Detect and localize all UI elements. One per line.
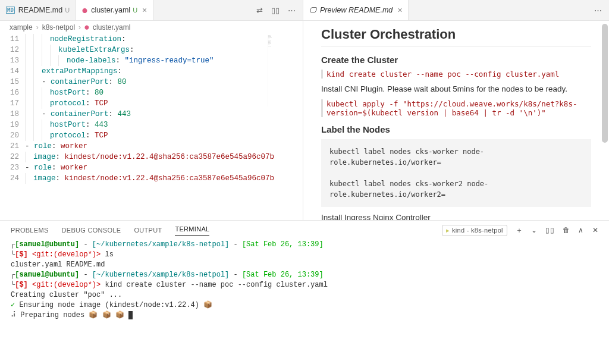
tab-label: cluster.yaml	[91, 6, 130, 14]
panel-tab-terminal[interactable]: TERMINAL	[175, 225, 209, 236]
tab-label: README.md	[18, 6, 62, 14]
panel-tab-debug[interactable]: DEBUG CONSOLE	[62, 227, 121, 234]
tab-cluster[interactable]: ⬤ cluster.yaml U ×	[76, 0, 153, 20]
chevron-right-icon: ›	[79, 23, 81, 32]
modified-indicator: U	[133, 7, 137, 14]
terminal[interactable]: ┌[samuel@ubuntu] - [~/kubernetes/xample/…	[0, 240, 609, 364]
tab-preview[interactable]: 🖵 Preview README.md ×	[303, 0, 409, 20]
panel-tab-output[interactable]: OUTPUT	[134, 227, 162, 234]
code-content[interactable]: nodeRegistration:kubeletExtraArgs:node-l…	[25, 34, 303, 220]
chevron-down-icon[interactable]: ⌄	[531, 226, 537, 234]
code-inline: kubectl apply -f "https://cloud.weave.wo…	[321, 99, 591, 117]
add-terminal-icon[interactable]: ＋	[516, 225, 523, 236]
zsh-icon: ▸	[446, 227, 450, 234]
tab-actions: ⇄ ▯▯ ⋯	[256, 6, 303, 15]
modified-indicator: U	[65, 7, 70, 14]
tab-label: Preview README.md	[320, 6, 393, 14]
yaml-icon: ⬤	[82, 8, 87, 13]
more-icon[interactable]: ⋯	[594, 6, 602, 15]
split-terminal-icon[interactable]: ▯▯	[545, 226, 554, 234]
close-icon[interactable]: ×	[397, 5, 402, 15]
split-icon[interactable]: ▯▯	[271, 6, 280, 15]
close-icon[interactable]: ×	[142, 5, 147, 15]
terminal-selector[interactable]: ▸ kind - k8s-netpol	[442, 225, 507, 236]
line-gutter: 1112131415161718192021222324	[0, 34, 25, 220]
compare-icon[interactable]: ⇄	[256, 6, 263, 15]
minimap[interactable]: ▬▬▬▬▬▬▬▬▬▬▬▬▬▬▬▬▬▬▬▬▬▬▬▬▬▬▬▬▬▬▬▬▬▬	[268, 35, 300, 106]
page-title: Cluster Orchestration	[321, 27, 591, 46]
scrollbar[interactable]	[602, 24, 608, 143]
code-inline: kind create cluster --name poc --config …	[321, 70, 591, 79]
editor-tabs: MD README.md U ⬤ cluster.yaml U × ⇄ ▯▯ ⋯	[0, 0, 303, 21]
tab-readme[interactable]: MD README.md U	[0, 0, 76, 20]
editor-pane: MD README.md U ⬤ cluster.yaml U × ⇄ ▯▯ ⋯…	[0, 0, 303, 220]
section-heading: Label the Nodes	[321, 124, 591, 134]
bottom-panel: PROBLEMS DEBUG CONSOLE OUTPUT TERMINAL ▸…	[0, 220, 609, 364]
chevron-right-icon: ›	[36, 23, 39, 32]
preview-pane: 🖵 Preview README.md × ⋯ Cluster Orchestr…	[303, 0, 609, 220]
section-heading: Create the Cluster	[321, 55, 591, 65]
more-icon[interactable]: ⋯	[288, 6, 296, 15]
breadcrumb[interactable]: xample › k8s-netpol › ⬤ cluster.yaml	[0, 21, 303, 34]
markdown-icon: MD	[6, 7, 15, 14]
close-panel-icon[interactable]: ✕	[592, 226, 598, 234]
markdown-preview: Cluster Orchestration Create the Cluster…	[303, 21, 609, 220]
preview-tabs: 🖵 Preview README.md × ⋯	[303, 0, 609, 21]
breadcrumb-segment: xample	[10, 23, 33, 32]
chevron-up-icon[interactable]: ∧	[578, 226, 583, 234]
preview-icon: 🖵	[309, 6, 316, 14]
paragraph: Install CNI Plugin. Please wait about 5m…	[321, 84, 591, 93]
paragraph: Install Ingress Nginx Controller	[321, 213, 591, 220]
breadcrumb-segment: k8s-netpol	[42, 23, 75, 32]
panel-tabs: PROBLEMS DEBUG CONSOLE OUTPUT TERMINAL ▸…	[0, 221, 609, 240]
code-block: kubectl label nodes cks-worker node-role…	[321, 139, 591, 207]
breadcrumb-segment: cluster.yaml	[93, 23, 130, 32]
yaml-icon: ⬤	[84, 25, 89, 30]
panel-tab-problems[interactable]: PROBLEMS	[11, 227, 49, 234]
code-editor[interactable]: 1112131415161718192021222324 nodeRegistr…	[0, 34, 303, 220]
trash-icon[interactable]: 🗑	[563, 226, 570, 234]
